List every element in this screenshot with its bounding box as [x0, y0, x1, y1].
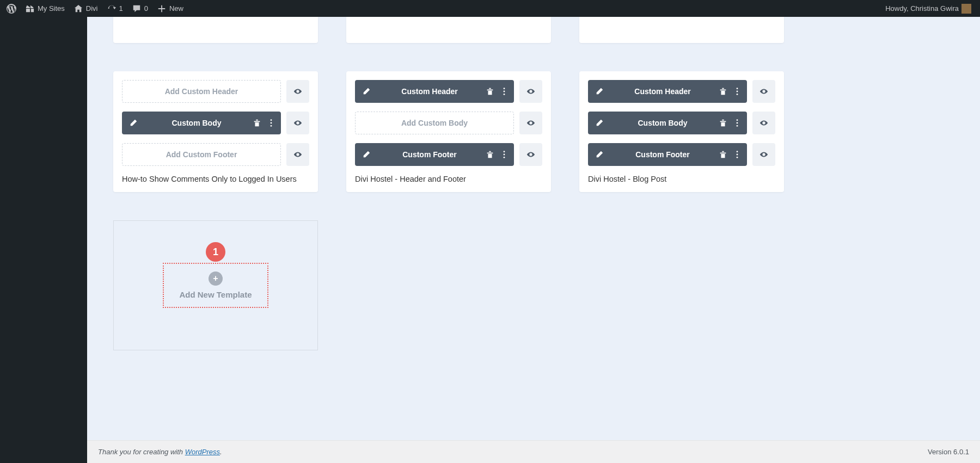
preview-button[interactable] — [519, 80, 542, 103]
footer-thanks: Thank you for creating with WordPress. — [98, 448, 222, 456]
site-name-label: Divi — [86, 4, 98, 13]
add-custom-footer-button[interactable]: Add Custom Footer — [122, 143, 281, 166]
add-new-template-inner: + Add New Template — [163, 263, 268, 308]
custom-header-bar[interactable]: Custom Header — [588, 80, 747, 103]
wordpress-link[interactable]: WordPress — [185, 448, 220, 456]
custom-body-bar[interactable]: Custom Body — [122, 112, 281, 134]
comment-icon — [132, 4, 142, 14]
trash-icon[interactable] — [719, 87, 727, 96]
update-icon — [107, 4, 117, 14]
more-icon[interactable] — [267, 119, 275, 127]
howdy-text: Howdy, Christina Gwira — [885, 4, 959, 13]
plus-icon — [157, 4, 167, 14]
admin-footer: Thank you for creating with WordPress. V… — [87, 440, 980, 463]
edit-icon — [588, 119, 611, 127]
preview-button[interactable] — [752, 112, 775, 134]
template-card: Custom Header Add Custom Body — [346, 71, 551, 192]
footer-label: Custom Footer — [611, 150, 719, 159]
eye-icon — [759, 87, 768, 96]
eye-icon — [526, 119, 535, 127]
eye-icon — [759, 150, 768, 159]
more-icon[interactable] — [500, 150, 509, 159]
custom-body-bar[interactable]: Custom Body — [588, 112, 747, 134]
admin-bar-left: My Sites Divi 1 0 New — [2, 0, 188, 17]
eye-icon — [759, 119, 768, 127]
home-icon — [74, 4, 83, 14]
sites-icon — [25, 4, 35, 14]
add-header-label: Add Custom Header — [165, 87, 238, 96]
preview-button[interactable] — [286, 112, 309, 134]
eye-icon — [293, 119, 302, 127]
add-template-label: Add New Template — [179, 290, 252, 299]
trash-icon[interactable] — [486, 87, 494, 96]
template-card: Custom Header Cust — [579, 71, 784, 192]
template-title: How-to Show Comments Only to Logged In U… — [122, 175, 309, 183]
plus-icon: + — [213, 274, 218, 283]
new-content-menu[interactable]: New — [152, 0, 188, 17]
admin-bar-right: Howdy, Christina Gwira — [881, 0, 976, 17]
eye-icon — [526, 87, 535, 96]
wp-logo-menu[interactable] — [2, 0, 21, 17]
header-label: Custom Header — [378, 87, 486, 96]
edit-icon — [588, 87, 611, 96]
footer-label: Custom Footer — [378, 150, 486, 159]
new-label: New — [169, 4, 183, 13]
preview-button[interactable] — [286, 143, 309, 166]
eye-icon — [293, 150, 302, 159]
custom-footer-bar[interactable]: Custom Footer — [355, 143, 514, 166]
comments-menu[interactable]: 0 — [127, 0, 152, 17]
more-icon[interactable] — [733, 119, 742, 127]
preview-button[interactable] — [752, 80, 775, 103]
site-name-menu[interactable]: Divi — [69, 0, 102, 17]
updates-count: 1 — [119, 4, 123, 13]
preview-button[interactable] — [519, 143, 542, 166]
more-icon[interactable] — [733, 150, 742, 159]
template-title: Divi Hostel - Blog Post — [588, 175, 775, 183]
add-body-label: Add Custom Body — [401, 119, 468, 127]
add-footer-label: Add Custom Footer — [166, 150, 237, 159]
template-card: Add Custom Header Custom Body — [113, 71, 318, 192]
custom-footer-bar[interactable]: Custom Footer — [588, 143, 747, 166]
my-sites-label: My Sites — [38, 4, 65, 13]
add-new-template-card[interactable]: 1 + Add New Template — [113, 220, 318, 350]
preview-button[interactable] — [519, 112, 542, 134]
annotation-badge: 1 — [206, 242, 225, 262]
my-sites-menu[interactable]: My Sites — [21, 0, 69, 17]
my-account-menu[interactable]: Howdy, Christina Gwira — [881, 0, 976, 17]
main-content: Add Custom Header Custom Body — [87, 17, 980, 463]
eye-icon — [293, 87, 302, 96]
add-custom-header-button[interactable]: Add Custom Header — [122, 80, 281, 103]
template-card-peek[interactable] — [579, 17, 784, 43]
trash-icon[interactable] — [719, 150, 727, 159]
admin-sidebar[interactable] — [0, 17, 87, 463]
preview-button[interactable] — [286, 80, 309, 103]
comments-count: 0 — [144, 4, 148, 13]
template-card-peek[interactable] — [113, 17, 318, 43]
template-title: Divi Hostel - Header and Footer — [355, 175, 542, 183]
edit-icon — [355, 87, 378, 96]
trash-icon[interactable] — [719, 119, 727, 127]
preview-button[interactable] — [752, 143, 775, 166]
more-icon[interactable] — [733, 87, 742, 96]
eye-icon — [526, 150, 535, 159]
wordpress-icon — [7, 4, 16, 14]
avatar — [961, 4, 971, 14]
edit-icon — [588, 150, 611, 159]
add-custom-body-button[interactable]: Add Custom Body — [355, 112, 514, 134]
updates-menu[interactable]: 1 — [102, 0, 127, 17]
body-label: Custom Body — [145, 119, 253, 127]
header-label: Custom Header — [611, 87, 719, 96]
footer-version: Version 6.0.1 — [928, 448, 969, 456]
more-icon[interactable] — [500, 87, 509, 96]
template-card-peek[interactable] — [346, 17, 551, 43]
body-label: Custom Body — [611, 119, 719, 127]
admin-bar: My Sites Divi 1 0 New Howdy, Christina G… — [0, 0, 980, 17]
edit-icon — [355, 150, 378, 159]
add-template-button[interactable]: + — [209, 271, 223, 286]
custom-header-bar[interactable]: Custom Header — [355, 80, 514, 103]
trash-icon[interactable] — [253, 119, 261, 127]
edit-icon — [122, 119, 145, 127]
trash-icon[interactable] — [486, 150, 494, 159]
